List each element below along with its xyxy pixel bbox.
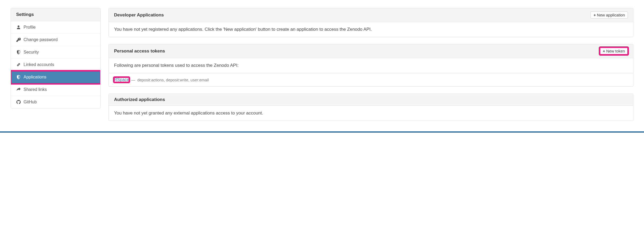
sidebar-item-label: Security [24, 50, 39, 55]
sidebar-item-github[interactable]: GitHub [11, 96, 100, 108]
sidebar-item-security[interactable]: Security [11, 46, 100, 59]
sidebar-title: Settings [11, 8, 100, 21]
share-icon [16, 87, 21, 92]
panel-body: Following are personal tokens used to ac… [109, 58, 633, 73]
panel-body: You have not yet registered any applicat… [109, 22, 633, 37]
developer-applications-panel: Developer Applications + New application… [108, 8, 633, 37]
sidebar-item-label: Profile [24, 25, 35, 30]
sidebar-item-label: Applications [24, 75, 46, 80]
sidebar-item-label: Shared links [24, 87, 47, 92]
main-content: Developer Applications + New application… [108, 8, 633, 121]
panel-title: Personal access tokens [114, 49, 165, 54]
token-separator: — [131, 78, 135, 82]
footer-accent [0, 131, 644, 133]
user-icon [16, 25, 21, 30]
shield-icon [16, 75, 21, 80]
panel-body: You have not yet granted any external ap… [109, 106, 633, 121]
sidebar-item-change-password[interactable]: Change password [11, 34, 100, 46]
settings-sidebar: Settings Profile Change password Securit… [11, 8, 101, 121]
sidebar-item-applications[interactable]: Applications [11, 71, 100, 83]
token-scopes: deposit:actions, deposit:write, user:ema… [137, 78, 209, 82]
token-list: RSpace — deposit:actions, deposit:write,… [109, 73, 633, 86]
sidebar-item-label: Linked accounts [24, 62, 54, 67]
sidebar-item-label: Change password [24, 37, 58, 42]
plus-icon: + [603, 49, 605, 53]
sidebar-item-shared-links[interactable]: Shared links [11, 83, 100, 96]
token-item: RSpace — deposit:actions, deposit:write,… [109, 73, 633, 86]
personal-access-tokens-panel: Personal access tokens + New token Follo… [108, 44, 633, 87]
button-label: New application [597, 13, 625, 17]
sidebar-item-linked-accounts[interactable]: Linked accounts [11, 59, 100, 71]
panel-title: Authorized applications [114, 97, 165, 102]
new-token-button[interactable]: + New token [600, 47, 628, 55]
new-application-button[interactable]: + New application [591, 11, 628, 19]
link-icon [16, 62, 21, 67]
token-link-rspace[interactable]: RSpace [114, 77, 129, 82]
authorized-applications-panel: Authorized applications You have not yet… [108, 94, 633, 121]
shield-icon [16, 50, 21, 55]
panel-title: Developer Applications [114, 12, 164, 18]
github-icon [16, 100, 21, 104]
key-icon [16, 37, 21, 42]
sidebar-item-label: GitHub [24, 100, 37, 104]
button-label: New token [606, 49, 625, 53]
plus-icon: + [593, 13, 596, 17]
sidebar-item-profile[interactable]: Profile [11, 21, 100, 34]
